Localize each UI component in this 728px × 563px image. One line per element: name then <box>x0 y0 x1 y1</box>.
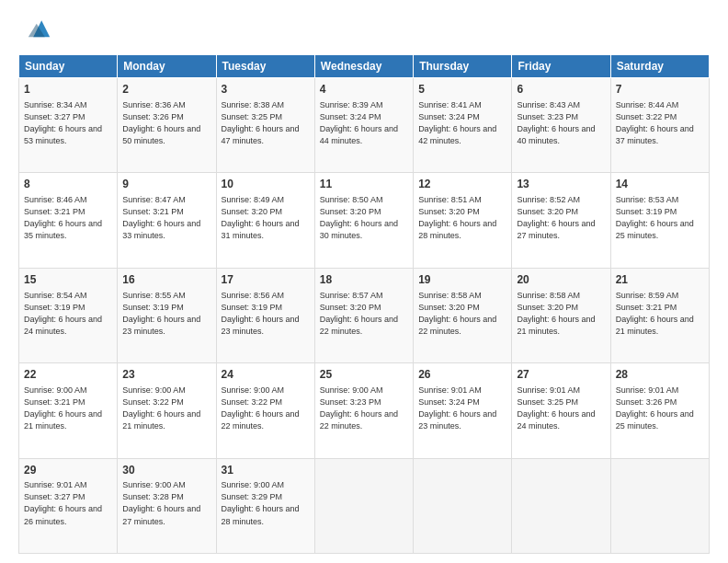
day-number: 31 <box>222 463 310 478</box>
calendar-cell: 15Sunrise: 8:54 AM Sunset: 3:19 PM Dayli… <box>19 268 118 362</box>
day-info: Sunrise: 8:39 AM Sunset: 3:24 PM Dayligh… <box>320 99 408 147</box>
day-number: 27 <box>517 367 605 383</box>
calendar-cell: 28Sunrise: 9:01 AM Sunset: 3:26 PM Dayli… <box>610 363 709 458</box>
day-number: 20 <box>517 272 605 288</box>
day-info: Sunrise: 8:49 AM Sunset: 3:20 PM Dayligh… <box>222 194 310 242</box>
day-number: 25 <box>320 367 408 383</box>
day-number: 16 <box>122 272 210 288</box>
day-info: Sunrise: 9:00 AM Sunset: 3:23 PM Dayligh… <box>320 385 408 432</box>
weekday-header-sunday: Sunday <box>19 55 118 78</box>
day-info: Sunrise: 8:36 AM Sunset: 3:26 PM Dayligh… <box>122 99 210 147</box>
day-info: Sunrise: 9:01 AM Sunset: 3:25 PM Dayligh… <box>517 385 605 432</box>
day-number: 13 <box>517 177 605 192</box>
calendar-cell: 18Sunrise: 8:57 AM Sunset: 3:20 PM Dayli… <box>314 268 413 362</box>
day-info: Sunrise: 9:00 AM Sunset: 3:29 PM Dayligh… <box>222 479 310 527</box>
page: SundayMondayTuesdayWednesdayThursdayFrid… <box>0 0 728 563</box>
calendar-cell: 2Sunrise: 8:36 AM Sunset: 3:26 PM Daylig… <box>118 78 216 173</box>
day-number: 23 <box>122 367 210 383</box>
calendar-cell: 19Sunrise: 8:58 AM Sunset: 3:20 PM Dayli… <box>414 268 512 362</box>
day-number: 12 <box>418 177 506 192</box>
calendar-cell: 14Sunrise: 8:53 AM Sunset: 3:19 PM Dayli… <box>610 173 709 268</box>
day-number: 24 <box>222 367 310 383</box>
calendar-cell <box>414 458 512 553</box>
calendar-cell: 27Sunrise: 9:01 AM Sunset: 3:25 PM Dayli… <box>512 363 610 458</box>
day-number: 1 <box>24 82 112 98</box>
weekday-header-saturday: Saturday <box>610 55 709 78</box>
calendar-cell: 24Sunrise: 9:00 AM Sunset: 3:22 PM Dayli… <box>216 363 314 458</box>
day-info: Sunrise: 9:00 AM Sunset: 3:22 PM Dayligh… <box>222 385 310 432</box>
calendar-cell: 3Sunrise: 8:38 AM Sunset: 3:25 PM Daylig… <box>216 78 314 173</box>
weekday-header-friday: Friday <box>512 55 610 78</box>
weekday-header-tuesday: Tuesday <box>216 55 314 78</box>
day-info: Sunrise: 8:54 AM Sunset: 3:19 PM Dayligh… <box>24 290 112 338</box>
day-info: Sunrise: 8:58 AM Sunset: 3:20 PM Dayligh… <box>517 290 605 338</box>
logo <box>18 14 55 47</box>
logo-icon <box>18 14 51 47</box>
day-info: Sunrise: 8:44 AM Sunset: 3:22 PM Dayligh… <box>616 99 704 147</box>
day-number: 5 <box>418 82 506 98</box>
calendar-cell: 17Sunrise: 8:56 AM Sunset: 3:19 PM Dayli… <box>216 268 314 362</box>
calendar-cell: 23Sunrise: 9:00 AM Sunset: 3:22 PM Dayli… <box>118 363 216 458</box>
day-number: 18 <box>320 272 408 288</box>
calendar-cell: 16Sunrise: 8:55 AM Sunset: 3:19 PM Dayli… <box>118 268 216 362</box>
day-info: Sunrise: 8:57 AM Sunset: 3:20 PM Dayligh… <box>320 290 408 338</box>
day-number: 14 <box>616 177 704 192</box>
calendar-cell: 12Sunrise: 8:51 AM Sunset: 3:20 PM Dayli… <box>414 173 512 268</box>
calendar-cell: 21Sunrise: 8:59 AM Sunset: 3:21 PM Dayli… <box>610 268 709 362</box>
calendar-cell: 29Sunrise: 9:01 AM Sunset: 3:27 PM Dayli… <box>19 458 118 553</box>
day-number: 15 <box>24 272 112 288</box>
weekday-header-thursday: Thursday <box>414 55 512 78</box>
day-info: Sunrise: 8:53 AM Sunset: 3:19 PM Dayligh… <box>616 194 704 242</box>
day-info: Sunrise: 8:38 AM Sunset: 3:25 PM Dayligh… <box>222 99 310 147</box>
calendar-cell: 5Sunrise: 8:41 AM Sunset: 3:24 PM Daylig… <box>414 78 512 173</box>
day-number: 17 <box>222 272 310 288</box>
day-info: Sunrise: 8:58 AM Sunset: 3:20 PM Dayligh… <box>418 290 506 338</box>
calendar-cell: 13Sunrise: 8:52 AM Sunset: 3:20 PM Dayli… <box>512 173 610 268</box>
day-number: 3 <box>222 82 310 98</box>
day-number: 7 <box>616 82 704 98</box>
day-info: Sunrise: 9:00 AM Sunset: 3:28 PM Dayligh… <box>122 479 210 527</box>
weekday-header-wednesday: Wednesday <box>314 55 413 78</box>
day-info: Sunrise: 8:52 AM Sunset: 3:20 PM Dayligh… <box>517 194 605 242</box>
calendar-cell: 31Sunrise: 9:00 AM Sunset: 3:29 PM Dayli… <box>216 458 314 553</box>
day-info: Sunrise: 8:50 AM Sunset: 3:20 PM Dayligh… <box>320 194 408 242</box>
day-number: 19 <box>418 272 506 288</box>
calendar-cell <box>610 458 709 553</box>
day-info: Sunrise: 9:00 AM Sunset: 3:21 PM Dayligh… <box>24 385 112 432</box>
day-number: 30 <box>122 463 210 478</box>
calendar-cell: 22Sunrise: 9:00 AM Sunset: 3:21 PM Dayli… <box>19 363 118 458</box>
day-number: 21 <box>616 272 704 288</box>
calendar-cell: 30Sunrise: 9:00 AM Sunset: 3:28 PM Dayli… <box>118 458 216 553</box>
calendar-cell: 8Sunrise: 8:46 AM Sunset: 3:21 PM Daylig… <box>19 173 118 268</box>
calendar-cell <box>314 458 413 553</box>
day-number: 2 <box>122 82 210 98</box>
calendar-cell: 26Sunrise: 9:01 AM Sunset: 3:24 PM Dayli… <box>414 363 512 458</box>
day-number: 26 <box>418 367 506 383</box>
calendar-cell: 10Sunrise: 8:49 AM Sunset: 3:20 PM Dayli… <box>216 173 314 268</box>
day-info: Sunrise: 8:46 AM Sunset: 3:21 PM Dayligh… <box>24 194 112 242</box>
day-info: Sunrise: 8:55 AM Sunset: 3:19 PM Dayligh… <box>122 290 210 338</box>
calendar-cell: 25Sunrise: 9:00 AM Sunset: 3:23 PM Dayli… <box>314 363 413 458</box>
header <box>18 14 710 47</box>
day-number: 28 <box>616 367 704 383</box>
day-number: 8 <box>24 177 112 192</box>
calendar-cell <box>512 458 610 553</box>
day-info: Sunrise: 8:59 AM Sunset: 3:21 PM Dayligh… <box>616 290 704 338</box>
day-number: 6 <box>517 82 605 98</box>
day-info: Sunrise: 8:41 AM Sunset: 3:24 PM Dayligh… <box>418 99 506 147</box>
weekday-header-monday: Monday <box>118 55 216 78</box>
calendar-cell: 20Sunrise: 8:58 AM Sunset: 3:20 PM Dayli… <box>512 268 610 362</box>
calendar-cell: 4Sunrise: 8:39 AM Sunset: 3:24 PM Daylig… <box>314 78 413 173</box>
day-info: Sunrise: 8:34 AM Sunset: 3:27 PM Dayligh… <box>24 99 112 147</box>
calendar-table: SundayMondayTuesdayWednesdayThursdayFrid… <box>18 54 710 554</box>
calendar-cell: 9Sunrise: 8:47 AM Sunset: 3:21 PM Daylig… <box>118 173 216 268</box>
day-info: Sunrise: 9:00 AM Sunset: 3:22 PM Dayligh… <box>122 385 210 432</box>
day-info: Sunrise: 9:01 AM Sunset: 3:26 PM Dayligh… <box>616 385 704 432</box>
calendar-cell: 6Sunrise: 8:43 AM Sunset: 3:23 PM Daylig… <box>512 78 610 173</box>
day-info: Sunrise: 8:43 AM Sunset: 3:23 PM Dayligh… <box>517 99 605 147</box>
day-number: 9 <box>122 177 210 192</box>
calendar-cell: 7Sunrise: 8:44 AM Sunset: 3:22 PM Daylig… <box>610 78 709 173</box>
day-info: Sunrise: 8:51 AM Sunset: 3:20 PM Dayligh… <box>418 194 506 242</box>
calendar-cell: 11Sunrise: 8:50 AM Sunset: 3:20 PM Dayli… <box>314 173 413 268</box>
day-number: 22 <box>24 367 112 383</box>
